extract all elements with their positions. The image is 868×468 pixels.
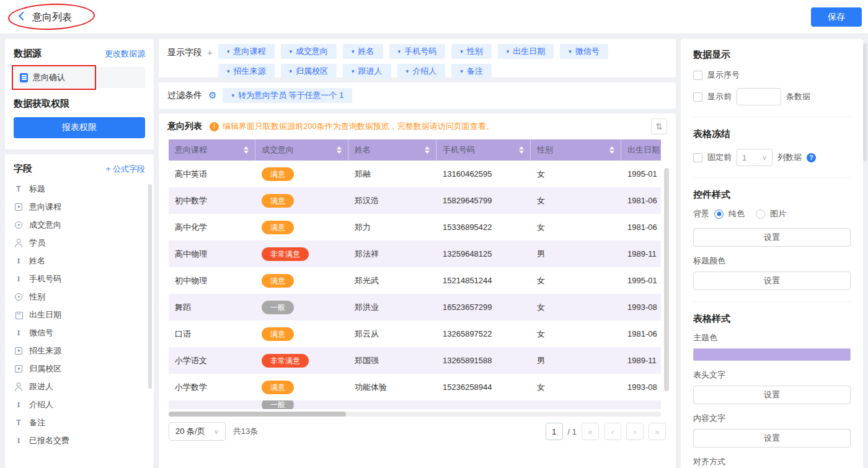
chip-label: 跟进人 [358, 66, 383, 77]
cell-intent: 非常满意 [255, 241, 348, 267]
page-size-select[interactable]: 20 条/页 ∨ [169, 422, 226, 441]
select-icon [14, 202, 24, 212]
field-item-birthday[interactable]: 出生日期 [14, 306, 145, 324]
column-header[interactable]: 手机号码 [436, 139, 531, 161]
preview-panel: 意向列表 ! 编辑界面只取数据源前200条作为查询数据预览，完整数据请访问页面查… [159, 113, 676, 468]
show-index-checkbox[interactable] [693, 71, 702, 80]
field-label: 出生日期 [29, 309, 61, 320]
fields-scrollbar[interactable] [148, 184, 152, 389]
field-chip[interactable]: ▾微信号 [560, 44, 608, 59]
gear-icon[interactable]: ⚙ [208, 90, 216, 101]
field-chip[interactable]: ▾成交意向 [281, 44, 337, 59]
column-header[interactable]: 姓名 [348, 139, 436, 161]
cell-course: 小学数学 [169, 374, 255, 400]
field-chip[interactable]: ▾姓名 [343, 44, 383, 59]
cell-name: 郑云从 [348, 320, 436, 347]
first-page-button[interactable]: « [582, 423, 599, 440]
field-item-intent-course[interactable]: 意向课程 [14, 198, 145, 216]
solid-color-radio[interactable] [714, 210, 724, 219]
field-item-paid[interactable]: 已报名交费 [14, 431, 145, 449]
freeze-columns-checkbox[interactable] [693, 153, 702, 162]
help-icon[interactable]: ? [807, 153, 816, 162]
field-item-remark[interactable]: 备注 [14, 413, 145, 431]
filter-chip[interactable]: ▾转为意向学员 等于任意一个 1 [223, 88, 352, 103]
save-button[interactable]: 保存 [811, 7, 862, 27]
topbar: 意向列表 保存 [0, 0, 868, 34]
field-chip[interactable]: ▾出生日期 [498, 44, 554, 59]
background-set-button[interactable]: 设置 [693, 228, 851, 247]
field-item-follower[interactable]: 跟进人 [14, 377, 145, 395]
table-row[interactable]: 高中化学 满意 郑力 15336895422 女 1981-06 [169, 214, 661, 241]
field-chip[interactable]: ▾手机号码 [389, 44, 446, 59]
table-row[interactable]: 小学语文 非常满意 郑国强 13265891588 男 1989-11 [169, 347, 661, 374]
add-display-field-button[interactable]: + [207, 47, 213, 58]
table-row-partial[interactable]: 一般 [169, 400, 661, 409]
back-icon[interactable] [19, 12, 27, 20]
field-item-gender[interactable]: 性别 [14, 288, 145, 306]
notice-text: 编辑界面只取数据源前200条作为查询数据预览，完整数据请访问页面查看。 [223, 121, 494, 132]
sort-icon[interactable] [609, 146, 614, 154]
column-header[interactable]: 出生日期 [621, 139, 661, 161]
field-item-phone[interactable]: 手机号码 [14, 270, 145, 288]
fields-title: 字段 [14, 163, 32, 175]
show-first-count-input[interactable] [737, 88, 781, 105]
last-page-button[interactable]: » [649, 423, 666, 440]
field-item-name[interactable]: 姓名 [14, 252, 145, 270]
sort-order-button[interactable]: ⇅ [651, 118, 667, 135]
cell-gender: 男 [531, 241, 621, 267]
radio-icon [14, 220, 24, 230]
table-row[interactable]: 高中物理 非常满意 郑法祥 13259648125 男 1989-11 [169, 241, 661, 267]
page-scrollbar[interactable] [863, 43, 867, 161]
field-chip[interactable]: ▾性别 [451, 44, 492, 59]
table-row[interactable]: 初中物理 满意 郑光武 15214851244 女 1995-01 [169, 267, 661, 294]
table-horizontal-scrollbar[interactable] [169, 412, 346, 417]
header-text-set-button[interactable]: 设置 [693, 386, 851, 404]
table-vertical-scrollbar[interactable] [664, 168, 669, 391]
column-header[interactable]: 意向课程 [169, 139, 255, 161]
column-header[interactable]: 成交意向 [255, 139, 348, 161]
sort-icon[interactable] [425, 146, 430, 154]
field-item-wechat[interactable]: 微信号 [14, 324, 145, 342]
field-item-source[interactable]: 招生来源 [14, 342, 145, 360]
report-permission-button[interactable]: 报表权限 [14, 117, 145, 138]
field-chip[interactable]: ▾备注 [451, 64, 492, 79]
field-label: 招生来源 [29, 345, 61, 356]
theme-color-swatch[interactable] [693, 348, 851, 361]
field-chip[interactable]: ▾招生来源 [218, 64, 275, 79]
chevron-down-icon: ▾ [352, 68, 355, 74]
solid-color-label: 纯色 [728, 208, 745, 219]
field-item-title[interactable]: 标题 [14, 180, 145, 198]
sort-icon[interactable] [337, 146, 342, 154]
add-formula-field-link[interactable]: + 公式字段 [106, 164, 145, 175]
field-item-deal-intent[interactable]: 成交意向 [14, 216, 145, 234]
title-color-set-button[interactable]: 设置 [693, 272, 851, 290]
sort-icon[interactable] [519, 146, 524, 154]
datasource-item[interactable]: 意向确认 [14, 67, 145, 88]
field-item-student[interactable]: 学员 [14, 234, 145, 252]
cell-phone: 13265891588 [436, 347, 531, 374]
image-radio[interactable] [756, 210, 765, 219]
table-row[interactable]: 高中英语 满意 郑融 13160462595 女 1995-01 [169, 161, 661, 187]
show-first-checkbox[interactable] [693, 92, 702, 102]
field-chip[interactable]: ▾归属校区 [281, 64, 337, 79]
table-row[interactable]: 口语 满意 郑云从 13265897522 女 1981-06 [169, 320, 661, 347]
content-text-set-button[interactable]: 设置 [693, 429, 851, 448]
table-row[interactable]: 小学数学 满意 功能体验 15236258944 女 1993-08 [169, 374, 661, 400]
field-chip[interactable]: ▾跟进人 [343, 64, 391, 79]
current-page-input[interactable]: 1 [546, 423, 563, 440]
prev-page-button[interactable]: ‹ [604, 423, 621, 440]
page-title[interactable]: 意向列表 [32, 11, 72, 24]
next-page-button[interactable]: › [626, 423, 644, 440]
field-item-referrer[interactable]: 介绍人 [14, 395, 145, 413]
column-header[interactable]: 性别 [531, 139, 621, 161]
sort-icon[interactable] [244, 146, 249, 154]
table-row[interactable]: 初中数学 满意 郑汉浩 15829645799 女 1981-06 [169, 187, 661, 214]
field-item-campus[interactable]: 归属校区 [14, 360, 145, 377]
field-chip[interactable]: ▾介绍人 [397, 64, 446, 79]
freeze-count-select[interactable]: 1 ∨ [737, 149, 773, 166]
field-chip[interactable]: ▾意向课程 [218, 44, 275, 59]
table-row[interactable]: 舞蹈 一般 郑洪业 16523657299 女 1993-08 [169, 294, 661, 320]
change-datasource-link[interactable]: 更改数据源 [105, 48, 145, 60]
cell-phone: 15336895422 [436, 214, 531, 241]
chip-label: 成交意向 [296, 46, 328, 57]
